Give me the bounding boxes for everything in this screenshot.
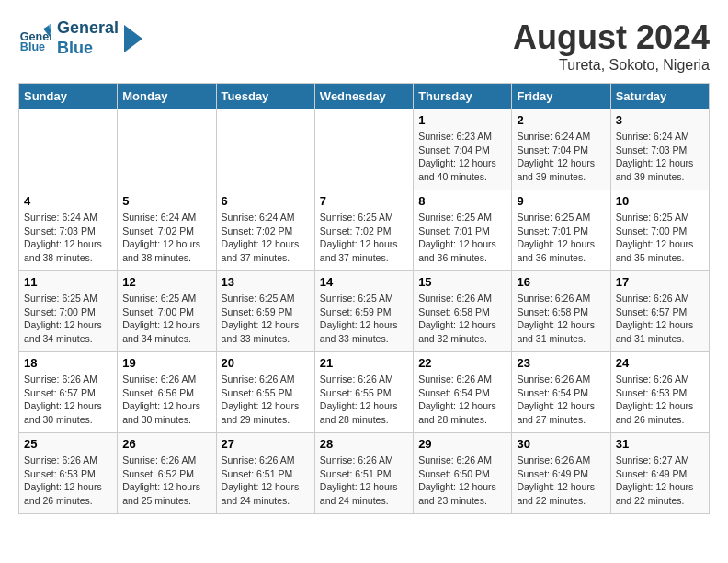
calendar-table: SundayMondayTuesdayWednesdayThursdayFrid… [18, 83, 710, 514]
week-row-5: 25Sunrise: 6:26 AM Sunset: 6:53 PM Dayli… [19, 433, 710, 514]
day-number: 23 [517, 356, 605, 370]
col-header-wednesday: Wednesday [314, 84, 413, 109]
calendar-cell: 3Sunrise: 6:24 AM Sunset: 7:03 PM Daylig… [610, 109, 709, 190]
calendar-cell: 6Sunrise: 6:24 AM Sunset: 7:02 PM Daylig… [216, 190, 314, 271]
day-info: Sunrise: 6:24 AM Sunset: 7:02 PM Dayligh… [222, 211, 310, 265]
day-number: 15 [418, 275, 506, 289]
calendar-cell: 20Sunrise: 6:26 AM Sunset: 6:55 PM Dayli… [216, 352, 314, 433]
location-subtitle: Tureta, Sokoto, Nigeria [513, 57, 710, 74]
calendar-cell: 17Sunrise: 6:26 AM Sunset: 6:57 PM Dayli… [610, 271, 709, 352]
calendar-cell: 22Sunrise: 6:26 AM Sunset: 6:54 PM Dayli… [414, 352, 512, 433]
calendar-cell: 10Sunrise: 6:25 AM Sunset: 7:00 PM Dayli… [610, 190, 709, 271]
day-info: Sunrise: 6:26 AM Sunset: 6:49 PM Dayligh… [517, 454, 605, 508]
day-number: 28 [320, 437, 408, 451]
calendar-cell: 2Sunrise: 6:24 AM Sunset: 7:04 PM Daylig… [512, 109, 610, 190]
calendar-cell: 16Sunrise: 6:26 AM Sunset: 6:58 PM Dayli… [512, 271, 610, 352]
calendar-body: 1Sunrise: 6:23 AM Sunset: 7:04 PM Daylig… [19, 109, 710, 514]
day-info: Sunrise: 6:26 AM Sunset: 6:51 PM Dayligh… [222, 454, 310, 508]
day-number: 3 [616, 113, 704, 127]
day-info: Sunrise: 6:26 AM Sunset: 6:53 PM Dayligh… [24, 454, 112, 508]
day-number: 8 [418, 194, 506, 208]
generalblue-logo-icon: General Blue [18, 22, 51, 55]
calendar-cell: 13Sunrise: 6:25 AM Sunset: 6:59 PM Dayli… [216, 271, 314, 352]
week-row-4: 18Sunrise: 6:26 AM Sunset: 6:57 PM Dayli… [19, 352, 710, 433]
day-info: Sunrise: 6:25 AM Sunset: 7:01 PM Dayligh… [418, 211, 506, 265]
day-info: Sunrise: 6:26 AM Sunset: 6:53 PM Dayligh… [616, 373, 704, 427]
day-number: 29 [418, 437, 506, 451]
day-number: 27 [222, 437, 310, 451]
day-number: 14 [320, 275, 408, 289]
day-info: Sunrise: 6:26 AM Sunset: 6:51 PM Dayligh… [320, 454, 408, 508]
calendar-cell: 29Sunrise: 6:26 AM Sunset: 6:50 PM Dayli… [414, 433, 512, 514]
calendar-cell: 8Sunrise: 6:25 AM Sunset: 7:01 PM Daylig… [414, 190, 512, 271]
day-info: Sunrise: 6:25 AM Sunset: 7:00 PM Dayligh… [616, 211, 704, 265]
day-number: 30 [517, 437, 605, 451]
day-number: 24 [616, 356, 704, 370]
day-number: 13 [222, 275, 310, 289]
day-info: Sunrise: 6:26 AM Sunset: 6:50 PM Dayligh… [418, 454, 506, 508]
calendar-cell: 7Sunrise: 6:25 AM Sunset: 7:02 PM Daylig… [314, 190, 413, 271]
day-info: Sunrise: 6:25 AM Sunset: 6:59 PM Dayligh… [222, 292, 310, 346]
day-info: Sunrise: 6:26 AM Sunset: 6:58 PM Dayligh… [517, 292, 605, 346]
day-number: 12 [122, 275, 210, 289]
day-info: Sunrise: 6:24 AM Sunset: 7:04 PM Dayligh… [517, 130, 605, 184]
calendar-cell: 21Sunrise: 6:26 AM Sunset: 6:55 PM Dayli… [314, 352, 413, 433]
day-number: 6 [222, 194, 310, 208]
col-header-friday: Friday [512, 84, 610, 109]
day-number: 26 [122, 437, 210, 451]
col-header-saturday: Saturday [610, 84, 709, 109]
logo-arrow-icon [124, 25, 142, 52]
calendar-cell [216, 109, 314, 190]
col-header-tuesday: Tuesday [216, 84, 314, 109]
col-header-thursday: Thursday [414, 84, 512, 109]
col-header-monday: Monday [118, 84, 216, 109]
day-info: Sunrise: 6:25 AM Sunset: 7:01 PM Dayligh… [517, 211, 605, 265]
calendar-cell: 23Sunrise: 6:26 AM Sunset: 6:54 PM Dayli… [512, 352, 610, 433]
day-info: Sunrise: 6:23 AM Sunset: 7:04 PM Dayligh… [418, 130, 506, 184]
day-number: 10 [616, 194, 704, 208]
calendar-cell: 18Sunrise: 6:26 AM Sunset: 6:57 PM Dayli… [19, 352, 118, 433]
day-info: Sunrise: 6:26 AM Sunset: 6:55 PM Dayligh… [222, 373, 310, 427]
day-info: Sunrise: 6:25 AM Sunset: 6:59 PM Dayligh… [320, 292, 408, 346]
day-number: 17 [616, 275, 704, 289]
calendar-header-row: SundayMondayTuesdayWednesdayThursdayFrid… [19, 84, 710, 109]
calendar-cell: 15Sunrise: 6:26 AM Sunset: 6:58 PM Dayli… [414, 271, 512, 352]
day-info: Sunrise: 6:25 AM Sunset: 7:02 PM Dayligh… [320, 211, 408, 265]
day-number: 25 [24, 437, 112, 451]
day-number: 9 [517, 194, 605, 208]
calendar-cell [118, 109, 216, 190]
calendar-cell: 27Sunrise: 6:26 AM Sunset: 6:51 PM Dayli… [216, 433, 314, 514]
day-number: 7 [320, 194, 408, 208]
day-info: Sunrise: 6:26 AM Sunset: 6:57 PM Dayligh… [24, 373, 112, 427]
day-info: Sunrise: 6:26 AM Sunset: 6:54 PM Dayligh… [418, 373, 506, 427]
calendar-cell: 12Sunrise: 6:25 AM Sunset: 7:00 PM Dayli… [118, 271, 216, 352]
calendar-cell: 14Sunrise: 6:25 AM Sunset: 6:59 PM Dayli… [314, 271, 413, 352]
day-number: 1 [418, 113, 506, 127]
calendar-cell: 30Sunrise: 6:26 AM Sunset: 6:49 PM Dayli… [512, 433, 610, 514]
week-row-3: 11Sunrise: 6:25 AM Sunset: 7:00 PM Dayli… [19, 271, 710, 352]
logo-subtext: Blue [57, 39, 119, 59]
day-info: Sunrise: 6:26 AM Sunset: 6:58 PM Dayligh… [418, 292, 506, 346]
day-number: 2 [517, 113, 605, 127]
calendar-cell: 28Sunrise: 6:26 AM Sunset: 6:51 PM Dayli… [314, 433, 413, 514]
day-number: 22 [418, 356, 506, 370]
month-year-title: August 2024 [513, 18, 710, 57]
calendar-cell: 24Sunrise: 6:26 AM Sunset: 6:53 PM Dayli… [610, 352, 709, 433]
calendar-cell: 31Sunrise: 6:27 AM Sunset: 6:49 PM Dayli… [610, 433, 709, 514]
day-number: 5 [122, 194, 210, 208]
page-header: General Blue General Blue August 2024 Tu… [18, 18, 710, 74]
day-info: Sunrise: 6:24 AM Sunset: 7:03 PM Dayligh… [616, 130, 704, 184]
day-info: Sunrise: 6:24 AM Sunset: 7:02 PM Dayligh… [122, 211, 210, 265]
day-number: 20 [222, 356, 310, 370]
day-info: Sunrise: 6:27 AM Sunset: 6:49 PM Dayligh… [616, 454, 704, 508]
title-block: August 2024 Tureta, Sokoto, Nigeria [513, 18, 710, 74]
calendar-cell: 1Sunrise: 6:23 AM Sunset: 7:04 PM Daylig… [414, 109, 512, 190]
week-row-1: 1Sunrise: 6:23 AM Sunset: 7:04 PM Daylig… [19, 109, 710, 190]
calendar-cell: 26Sunrise: 6:26 AM Sunset: 6:52 PM Dayli… [118, 433, 216, 514]
day-number: 31 [616, 437, 704, 451]
day-number: 11 [24, 275, 112, 289]
day-number: 4 [24, 194, 112, 208]
calendar-cell [19, 109, 118, 190]
logo-text: General [57, 18, 119, 39]
logo: General Blue General Blue [18, 18, 142, 58]
